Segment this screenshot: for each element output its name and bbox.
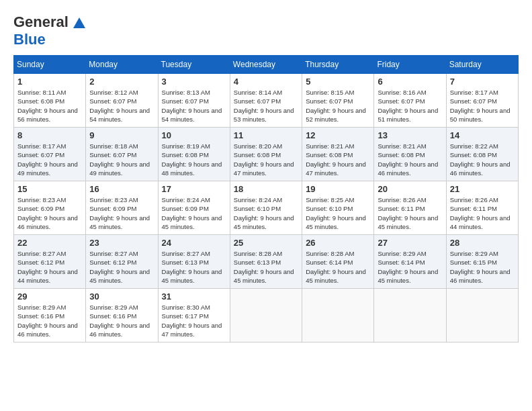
day-info: Sunrise: 8:12 AM Sunset: 6:07 PM Dayligh… [89,88,154,124]
weekday-header-wednesday: Wednesday [230,56,302,74]
calendar-day-17: 17Sunrise: 8:24 AM Sunset: 6:09 PM Dayli… [158,181,230,235]
day-info: Sunrise: 8:26 AM Sunset: 6:11 PM Dayligh… [378,195,442,231]
day-number: 15 [17,184,82,194]
day-number: 10 [162,130,226,140]
calendar-day-29: 29Sunrise: 8:29 AM Sunset: 6:16 PM Dayli… [14,289,86,342]
day-info: Sunrise: 8:21 AM Sunset: 6:08 PM Dayligh… [306,142,370,177]
calendar-day-23: 23Sunrise: 8:27 AM Sunset: 6:12 PM Dayli… [86,235,158,289]
calendar-day-2: 2Sunrise: 8:12 AM Sunset: 6:07 PM Daylig… [86,74,158,128]
day-number: 20 [378,184,442,194]
day-info: Sunrise: 8:23 AM Sunset: 6:09 PM Dayligh… [89,195,154,231]
logo-blue-text: Blue [13,31,46,48]
day-info: Sunrise: 8:29 AM Sunset: 6:16 PM Dayligh… [17,303,82,338]
svg-marker-0 [73,17,85,28]
day-info: Sunrise: 8:28 AM Sunset: 6:14 PM Dayligh… [306,249,370,285]
day-info: Sunrise: 8:26 AM Sunset: 6:11 PM Dayligh… [450,195,515,231]
day-info: Sunrise: 8:19 AM Sunset: 6:08 PM Dayligh… [162,142,226,177]
day-info: Sunrise: 8:17 AM Sunset: 6:07 PM Dayligh… [450,88,515,124]
day-number: 7 [450,77,515,87]
weekday-header-saturday: Saturday [446,56,518,74]
calendar-week-5: 29Sunrise: 8:29 AM Sunset: 6:16 PM Dayli… [14,289,519,342]
day-info: Sunrise: 8:16 AM Sunset: 6:07 PM Dayligh… [378,88,442,124]
calendar-day-26: 26Sunrise: 8:28 AM Sunset: 6:14 PM Dayli… [302,235,374,289]
calendar-day-22: 22Sunrise: 8:27 AM Sunset: 6:12 PM Dayli… [14,235,86,289]
day-number: 21 [450,184,515,194]
calendar-header-row: SundayMondayTuesdayWednesdayThursdayFrid… [14,56,519,74]
day-number: 4 [234,77,298,87]
day-info: Sunrise: 8:27 AM Sunset: 6:12 PM Dayligh… [89,249,154,285]
day-info: Sunrise: 8:28 AM Sunset: 6:13 PM Dayligh… [234,249,298,285]
day-info: Sunrise: 8:24 AM Sunset: 6:09 PM Dayligh… [162,195,226,231]
day-number: 17 [162,184,226,194]
day-number: 12 [306,130,370,140]
calendar-day-11: 11Sunrise: 8:20 AM Sunset: 6:08 PM Dayli… [230,128,302,181]
calendar-week-3: 15Sunrise: 8:23 AM Sunset: 6:09 PM Dayli… [14,181,519,235]
empty-cell [230,289,302,342]
day-info: Sunrise: 8:30 AM Sunset: 6:17 PM Dayligh… [162,303,226,338]
calendar-day-9: 9Sunrise: 8:18 AM Sunset: 6:07 PM Daylig… [86,128,158,181]
day-number: 2 [89,77,154,87]
day-number: 31 [162,291,226,302]
weekday-header-sunday: Sunday [14,56,86,74]
calendar-day-10: 10Sunrise: 8:19 AM Sunset: 6:08 PM Dayli… [158,128,230,181]
calendar-week-1: 1Sunrise: 8:11 AM Sunset: 6:08 PM Daylig… [14,74,519,128]
day-number: 22 [17,238,82,248]
page-header: General Blue [13,13,519,48]
weekday-header-tuesday: Tuesday [158,56,230,74]
day-info: Sunrise: 8:17 AM Sunset: 6:07 PM Dayligh… [17,142,82,177]
day-number: 30 [89,291,154,302]
day-number: 5 [306,77,370,87]
calendar-day-3: 3Sunrise: 8:13 AM Sunset: 6:07 PM Daylig… [158,74,230,128]
calendar-day-25: 25Sunrise: 8:28 AM Sunset: 6:13 PM Dayli… [230,235,302,289]
calendar-week-4: 22Sunrise: 8:27 AM Sunset: 6:12 PM Dayli… [14,235,519,289]
day-number: 27 [378,238,442,248]
empty-cell [374,289,446,342]
logo-text: General [13,13,86,31]
day-number: 24 [162,238,226,248]
weekday-header-friday: Friday [374,56,446,74]
calendar-day-8: 8Sunrise: 8:17 AM Sunset: 6:07 PM Daylig… [14,128,86,181]
calendar-day-31: 31Sunrise: 8:30 AM Sunset: 6:17 PM Dayli… [158,289,230,342]
day-number: 3 [162,77,226,87]
calendar-day-28: 28Sunrise: 8:29 AM Sunset: 6:15 PM Dayli… [446,235,518,289]
calendar-day-27: 27Sunrise: 8:29 AM Sunset: 6:14 PM Dayli… [374,235,446,289]
calendar-table: SundayMondayTuesdayWednesdayThursdayFrid… [13,55,519,342]
calendar-day-30: 30Sunrise: 8:29 AM Sunset: 6:16 PM Dayli… [86,289,158,342]
calendar-day-15: 15Sunrise: 8:23 AM Sunset: 6:09 PM Dayli… [14,181,86,235]
calendar-week-2: 8Sunrise: 8:17 AM Sunset: 6:07 PM Daylig… [14,128,519,181]
day-info: Sunrise: 8:22 AM Sunset: 6:08 PM Dayligh… [450,142,515,177]
day-info: Sunrise: 8:29 AM Sunset: 6:16 PM Dayligh… [89,303,154,338]
calendar-day-1: 1Sunrise: 8:11 AM Sunset: 6:08 PM Daylig… [14,74,86,128]
day-info: Sunrise: 8:21 AM Sunset: 6:08 PM Dayligh… [378,142,442,177]
day-info: Sunrise: 8:14 AM Sunset: 6:07 PM Dayligh… [234,88,298,124]
day-info: Sunrise: 8:11 AM Sunset: 6:08 PM Dayligh… [17,88,82,124]
calendar-day-21: 21Sunrise: 8:26 AM Sunset: 6:11 PM Dayli… [446,181,518,235]
day-number: 13 [378,130,442,140]
calendar-day-18: 18Sunrise: 8:24 AM Sunset: 6:10 PM Dayli… [230,181,302,235]
day-info: Sunrise: 8:27 AM Sunset: 6:13 PM Dayligh… [162,249,226,285]
day-number: 14 [450,130,515,140]
day-number: 16 [89,184,154,194]
calendar-day-6: 6Sunrise: 8:16 AM Sunset: 6:07 PM Daylig… [374,74,446,128]
day-info: Sunrise: 8:20 AM Sunset: 6:08 PM Dayligh… [234,142,298,177]
day-number: 19 [306,184,370,194]
day-number: 29 [17,291,82,302]
day-info: Sunrise: 8:23 AM Sunset: 6:09 PM Dayligh… [17,195,82,231]
day-info: Sunrise: 8:13 AM Sunset: 6:07 PM Dayligh… [162,88,226,124]
logo: General Blue [13,13,86,48]
day-number: 11 [234,130,298,140]
day-info: Sunrise: 8:29 AM Sunset: 6:14 PM Dayligh… [378,249,442,285]
day-info: Sunrise: 8:18 AM Sunset: 6:07 PM Dayligh… [89,142,154,177]
weekday-header-thursday: Thursday [302,56,374,74]
calendar-day-12: 12Sunrise: 8:21 AM Sunset: 6:08 PM Dayli… [302,128,374,181]
day-number: 9 [89,130,154,140]
day-number: 26 [306,238,370,248]
calendar-day-4: 4Sunrise: 8:14 AM Sunset: 6:07 PM Daylig… [230,74,302,128]
day-number: 6 [378,77,442,87]
day-number: 18 [234,184,298,194]
weekday-header-monday: Monday [86,56,158,74]
calendar-day-19: 19Sunrise: 8:25 AM Sunset: 6:10 PM Dayli… [302,181,374,235]
day-info: Sunrise: 8:15 AM Sunset: 6:07 PM Dayligh… [306,88,370,124]
calendar-day-5: 5Sunrise: 8:15 AM Sunset: 6:07 PM Daylig… [302,74,374,128]
calendar-day-20: 20Sunrise: 8:26 AM Sunset: 6:11 PM Dayli… [374,181,446,235]
